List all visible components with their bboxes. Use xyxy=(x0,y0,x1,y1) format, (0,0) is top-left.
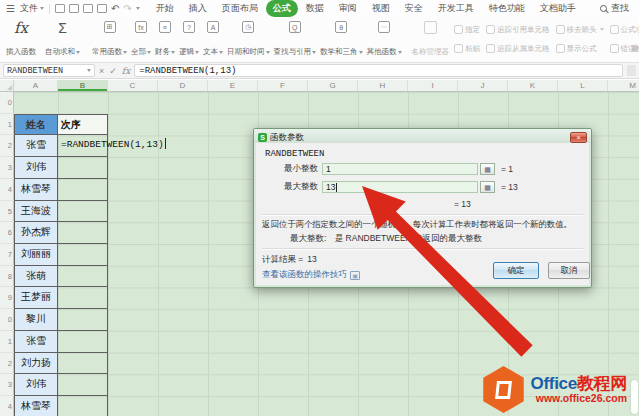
row-header[interactable]: 0 xyxy=(0,92,14,114)
file-menu[interactable]: 文件 xyxy=(20,2,44,15)
undo-icon[interactable]: ↶ xyxy=(111,4,119,14)
hamburger-menu-icon[interactable]: ☰ xyxy=(6,4,15,14)
cell-column-a[interactable]: 张雪 xyxy=(14,135,58,157)
cell-column-b[interactable] xyxy=(58,92,108,114)
column-header[interactable]: G xyxy=(308,80,358,91)
row-header[interactable]: 1 xyxy=(0,331,14,353)
insert-function-button[interactable]: fx 插入函数 xyxy=(2,18,40,61)
cell-column-b[interactable] xyxy=(58,353,108,375)
function-category-button[interactable]: A 文本 xyxy=(201,18,225,61)
cell-column-a[interactable]: 姓名 xyxy=(14,114,58,136)
row-header[interactable]: 3 xyxy=(0,157,14,179)
function-help-link[interactable]: 查看该函数的操作技巧 ▣ xyxy=(262,269,360,281)
max-integer-input[interactable]: 13 xyxy=(322,181,478,193)
menu-tab[interactable]: 文档助手 xyxy=(533,0,583,17)
column-header[interactable]: C xyxy=(108,80,158,91)
name-box[interactable]: RANDBETWEEN xyxy=(3,64,95,77)
row-header[interactable]: 2 xyxy=(0,353,14,375)
formula-input[interactable]: =RANDBETWEEN(1,13) xyxy=(134,64,623,77)
cell-column-b[interactable] xyxy=(58,331,108,353)
cell-column-a[interactable]: 张萌 xyxy=(14,266,58,288)
cell-column-b[interactable] xyxy=(58,244,108,266)
autosum-button[interactable]: Σ 自动求和 xyxy=(41,18,84,61)
function-category-button[interactable]: ⋯ 其他函数 xyxy=(365,18,404,61)
function-category-button[interactable]: ? 逻辑 xyxy=(177,18,201,61)
cell-column-a[interactable] xyxy=(14,92,58,114)
menu-tab[interactable]: 数据 xyxy=(299,0,331,17)
row-header[interactable]: 8 xyxy=(0,266,14,288)
column-header[interactable]: H xyxy=(358,80,408,91)
menu-tab[interactable]: 开始 xyxy=(149,0,181,17)
cell-column-b[interactable] xyxy=(58,374,108,396)
row-header[interactable]: 7 xyxy=(0,244,14,266)
menu-tab[interactable]: 特色功能 xyxy=(482,0,532,17)
menu-tab[interactable]: 公式 xyxy=(266,0,298,17)
cell-column-b[interactable] xyxy=(58,157,108,179)
column-header[interactable]: M xyxy=(608,80,639,91)
menu-tab[interactable]: 页面布局 xyxy=(215,0,265,17)
cell-column-a[interactable]: 张雪 xyxy=(14,331,58,353)
cell-column-b[interactable] xyxy=(58,266,108,288)
menu-tab[interactable]: 开发工具 xyxy=(431,0,481,17)
row-header[interactable]: 1 xyxy=(0,114,14,136)
cell-column-b[interactable] xyxy=(58,179,108,201)
export-icon[interactable] xyxy=(69,4,79,13)
function-category-button[interactable]: ◷ 日期和时间 xyxy=(225,18,272,61)
formula-bar-expand-icon[interactable] xyxy=(627,65,636,76)
cancel-entry-icon[interactable]: × xyxy=(99,66,104,76)
menu-tab[interactable]: 插入 xyxy=(182,0,214,17)
cell-column-a[interactable]: 王梦丽 xyxy=(14,287,58,309)
column-header[interactable]: F xyxy=(258,80,308,91)
column-header[interactable]: A xyxy=(14,80,58,91)
row-header[interactable]: 2 xyxy=(0,135,14,157)
column-header[interactable]: E xyxy=(208,80,258,91)
menu-tab[interactable]: 安全 xyxy=(398,0,430,17)
cell-column-a[interactable]: 林雪琴 xyxy=(14,179,58,201)
row-header[interactable]: 0 xyxy=(0,309,14,331)
ok-button[interactable]: 确定 xyxy=(493,262,539,279)
cell-column-a[interactable]: 刘丽丽 xyxy=(14,244,58,266)
cell-column-a[interactable]: 林雪琴 xyxy=(14,396,58,416)
row-header[interactable]: 5 xyxy=(0,201,14,223)
min-integer-input[interactable]: 1 xyxy=(322,163,478,175)
cancel-button[interactable]: 取消 xyxy=(548,262,590,279)
column-header[interactable]: I xyxy=(408,80,458,91)
cell-column-b[interactable]: 次序 xyxy=(58,114,108,136)
cell-column-a[interactable]: 刘力扬 xyxy=(14,353,58,375)
row-header[interactable]: 9 xyxy=(0,287,14,309)
menu-tab[interactable]: 视图 xyxy=(365,0,397,17)
vertical-scrollbar-thumb[interactable] xyxy=(631,380,638,414)
range-picker-icon[interactable]: ▦ xyxy=(480,181,495,193)
cell-column-a[interactable]: 刘伟 xyxy=(14,157,58,179)
function-category-button[interactable]: θ 数学和三角 xyxy=(318,18,365,61)
function-category-button[interactable]: fx 全部 xyxy=(129,18,153,61)
cell-column-b[interactable] xyxy=(58,222,108,244)
cell-column-a[interactable]: 黎川 xyxy=(14,309,58,331)
range-picker-icon[interactable]: ▦ xyxy=(480,163,495,175)
cell-column-a[interactable]: 孙杰辉 xyxy=(14,222,58,244)
cell-column-b[interactable] xyxy=(58,396,108,416)
row-header[interactable]: 4 xyxy=(0,179,14,201)
confirm-entry-icon[interactable]: ✓ xyxy=(109,66,117,76)
save-icon[interactable] xyxy=(55,4,65,13)
print-preview-icon[interactable] xyxy=(97,4,107,13)
close-icon[interactable]: × xyxy=(570,132,587,143)
menu-tab[interactable]: 审阅 xyxy=(332,0,364,17)
column-header[interactable]: D xyxy=(158,80,208,91)
insert-function-icon[interactable]: fx xyxy=(122,66,130,76)
cell-column-a[interactable]: 刘伟 xyxy=(14,374,58,396)
column-header[interactable]: J xyxy=(458,80,508,91)
row-header[interactable]: 3 xyxy=(0,374,14,396)
select-all-corner[interactable] xyxy=(0,80,14,91)
redo-icon[interactable]: ↷ xyxy=(123,4,131,14)
cell-column-b[interactable]: =RANDBETWEEN(1,13) xyxy=(58,135,108,157)
column-header[interactable]: L xyxy=(558,80,608,91)
cell-column-b[interactable] xyxy=(58,287,108,309)
column-header[interactable]: K xyxy=(508,80,558,91)
quick-access-chevron-icon[interactable] xyxy=(136,7,140,10)
function-category-button[interactable]: ⊞ 常用函数 xyxy=(90,18,129,61)
print-icon[interactable] xyxy=(83,4,93,13)
function-category-button[interactable]: Q 查找与引用 xyxy=(272,18,319,61)
row-header[interactable]: 4 xyxy=(0,396,14,416)
search[interactable]: 查找 xyxy=(600,2,633,15)
